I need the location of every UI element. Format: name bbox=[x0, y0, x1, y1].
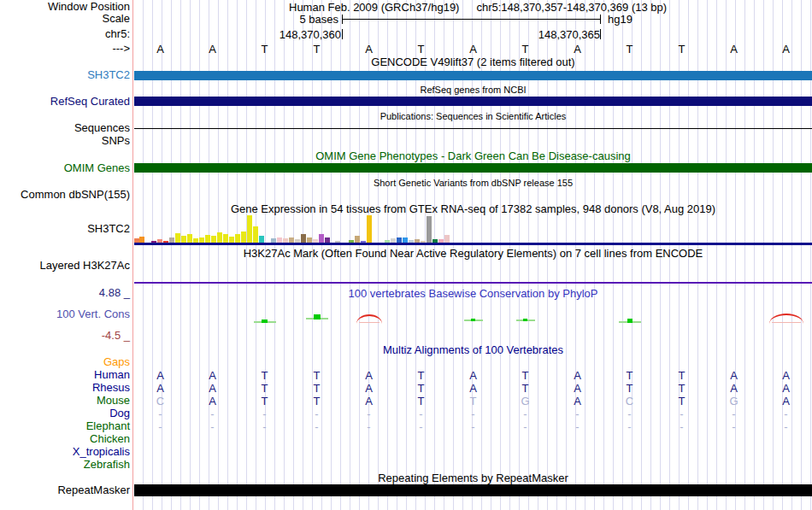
aligned-base: - bbox=[395, 407, 447, 420]
aligned-base: T bbox=[395, 395, 447, 407]
gtex-tissue-bar bbox=[247, 215, 252, 243]
multiz-alignment-row[interactable]: AATTATATATTAA bbox=[134, 382, 812, 395]
position-line: Human Feb. 2009 (GRCh37/hg19)chr5:148,37… bbox=[289, 1, 667, 14]
scale-row-label: Scale bbox=[0, 13, 130, 25]
aligned-base: - bbox=[291, 407, 343, 420]
omim-track-label[interactable]: OMIM Genes bbox=[0, 162, 130, 174]
gtex-tissue-bar bbox=[259, 236, 264, 243]
base-letter: A bbox=[551, 43, 603, 56]
multiz-species-label[interactable]: Elephant bbox=[0, 420, 130, 432]
aligned-base: A bbox=[760, 369, 812, 382]
refseq-track-label[interactable]: RefSeq Curated bbox=[0, 96, 130, 108]
aligned-base: - bbox=[134, 407, 186, 420]
window-position-label: Window Position bbox=[0, 1, 130, 13]
gtex-barchart[interactable] bbox=[134, 214, 812, 243]
base-letter: A bbox=[447, 43, 499, 56]
aligned-base: T bbox=[238, 369, 291, 382]
gtex-tissue-bar bbox=[355, 236, 360, 243]
aligned-base: C bbox=[603, 395, 656, 407]
aligned-base: A bbox=[343, 369, 395, 382]
gtex-tissue-bar bbox=[217, 232, 222, 243]
aligned-base: A bbox=[186, 395, 238, 407]
phylop-positive-peak bbox=[314, 314, 321, 319]
base-letter: T bbox=[499, 43, 551, 56]
snps-track-label[interactable]: SNPs bbox=[0, 135, 130, 147]
assembly-text: Human Feb. 2009 (GRCh37/hg19) bbox=[289, 1, 459, 14]
aligned-base: - bbox=[708, 420, 760, 433]
aligned-base: - bbox=[291, 420, 343, 433]
sequences-line[interactable] bbox=[134, 128, 812, 129]
aligned-base: - bbox=[760, 407, 812, 420]
multiz-species-label[interactable]: Chicken bbox=[0, 433, 130, 445]
aligned-base: - bbox=[343, 420, 395, 433]
h3k27ac-track-label[interactable]: Layered H3K27Ac bbox=[0, 260, 130, 272]
gtex-tissue-bar bbox=[253, 226, 258, 243]
aligned-base: - bbox=[708, 407, 760, 420]
aligned-base: A bbox=[343, 395, 395, 407]
gtex-track-label[interactable]: SH3TC2 bbox=[0, 223, 130, 235]
multiz-alignment-row[interactable]: CATTATTGACTGA bbox=[134, 395, 812, 407]
gencode-track-label[interactable]: SH3TC2 bbox=[0, 69, 130, 81]
conservation-min-label: -4.5 _ bbox=[0, 330, 130, 342]
refseq-heading: RefSeq genes from NCBI bbox=[134, 84, 812, 96]
sequences-track-label[interactable]: Sequences bbox=[0, 122, 130, 134]
aligned-base: - bbox=[238, 420, 291, 433]
repeatmasker-track-label[interactable]: RepeatMasker bbox=[0, 484, 130, 496]
multiz-alignment-row[interactable]: ------------- bbox=[134, 420, 812, 433]
aligned-base: T bbox=[603, 369, 656, 382]
ruler-coord-right: 148,370,365 bbox=[393, 28, 600, 41]
multiz-species-label[interactable]: X_tropicalis bbox=[0, 446, 130, 458]
base-letter: A bbox=[134, 43, 186, 56]
aligned-base: - bbox=[343, 407, 395, 420]
aligned-base: - bbox=[447, 407, 499, 420]
gtex-tissue-bar bbox=[241, 232, 246, 243]
multiz-species-label[interactable]: Mouse bbox=[0, 395, 130, 407]
multiz-alignment-row[interactable]: ------------- bbox=[134, 407, 812, 420]
ruler-tick-left bbox=[342, 29, 343, 39]
aligned-base: - bbox=[186, 420, 238, 433]
repeatmasker-bar[interactable] bbox=[134, 484, 812, 496]
omim-gene-bar[interactable] bbox=[134, 163, 812, 173]
base-sequence-row[interactable]: AATTATATATTAA bbox=[134, 43, 812, 56]
base-letter: T bbox=[603, 43, 656, 56]
aligned-base: G bbox=[499, 395, 551, 407]
conservation-wiggle[interactable] bbox=[134, 295, 812, 337]
dbsnp-track-label[interactable]: Common dbSNP(155) bbox=[0, 189, 130, 201]
aligned-base: T bbox=[291, 382, 343, 395]
multiz-species-label[interactable]: Gaps bbox=[0, 356, 130, 368]
position-range-text: chr5:148,370,357-148,370,369 (13 bp) bbox=[476, 1, 667, 14]
aligned-base: A bbox=[760, 395, 812, 407]
aligned-base: T bbox=[238, 395, 291, 407]
aligned-base: A bbox=[551, 369, 603, 382]
assembly-short-label: hg19 bbox=[608, 13, 633, 26]
gtex-tissue-bar bbox=[223, 234, 228, 243]
aligned-base: C bbox=[134, 395, 186, 407]
gtex-tissue-bar bbox=[427, 216, 432, 243]
conservation-max-label: 4.88 _ bbox=[0, 287, 130, 299]
gtex-tissue-bar bbox=[319, 234, 324, 243]
aligned-base: - bbox=[499, 420, 551, 433]
aligned-base: - bbox=[238, 407, 291, 420]
aligned-base: G bbox=[708, 395, 760, 407]
aligned-base: T bbox=[656, 395, 708, 407]
multiz-species-label[interactable]: Rhesus bbox=[0, 382, 130, 394]
aligned-base: T bbox=[291, 369, 343, 382]
aligned-base: - bbox=[551, 420, 603, 433]
base-letter: T bbox=[238, 43, 291, 56]
aligned-base: A bbox=[551, 382, 603, 395]
multiz-species-label[interactable]: Human bbox=[0, 369, 130, 381]
multiz-alignment-row[interactable]: AATTATATATTAA bbox=[134, 369, 812, 382]
base-letter: A bbox=[760, 43, 812, 56]
gtex-tissue-bar bbox=[175, 233, 180, 243]
refseq-gene-bar[interactable] bbox=[134, 97, 812, 106]
multiz-species-label[interactable]: Zebrafish bbox=[0, 459, 130, 471]
aligned-base: - bbox=[603, 420, 656, 433]
h3k27ac-heading: H3K27Ac Mark (Often Found Near Active Re… bbox=[134, 248, 812, 260]
aligned-base: - bbox=[499, 407, 551, 420]
aligned-base: T bbox=[447, 395, 499, 407]
aligned-base: A bbox=[551, 395, 603, 407]
multiz-species-label[interactable]: Dog bbox=[0, 407, 130, 419]
aligned-base: A bbox=[134, 382, 186, 395]
conservation-track-label[interactable]: 100 Vert. Cons bbox=[0, 308, 130, 320]
gencode-gene-bar[interactable] bbox=[134, 71, 812, 80]
